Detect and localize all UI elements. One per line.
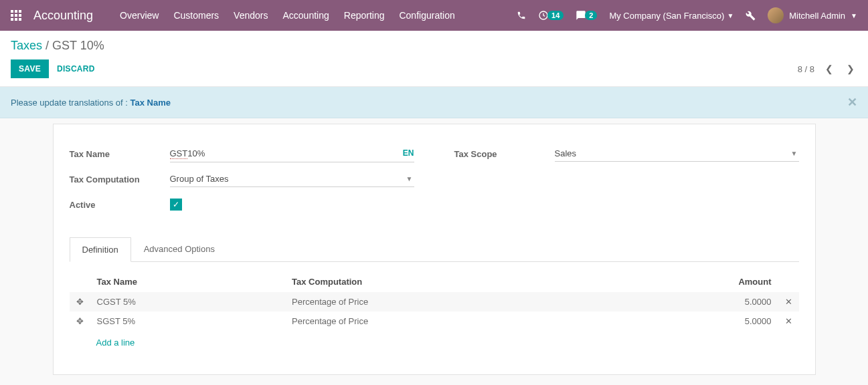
tabs: Definition Advanced Options <box>70 237 799 262</box>
nav-right: 14 2 My Company (San Francisco) ▼ Mitche… <box>517 7 857 23</box>
active-checkbox[interactable]: ✓ <box>170 199 182 211</box>
caret-down-icon: ▼ <box>727 12 733 19</box>
nav-configuration[interactable]: Configuration <box>399 10 454 21</box>
cell-amount: 5.0000 <box>610 311 778 331</box>
nav-reporting[interactable]: Reporting <box>344 10 385 21</box>
cell-tax-name: CGST 5% <box>90 292 286 311</box>
pager-prev-icon[interactable]: ❮ <box>822 63 836 74</box>
language-badge[interactable]: EN <box>403 148 414 158</box>
tab-definition[interactable]: Definition <box>70 237 131 262</box>
col-tax-computation: Tax Computation <box>285 271 610 292</box>
label-active: Active <box>70 200 170 210</box>
company-name: My Company (San Francisco) <box>609 11 724 21</box>
child-taxes-table: Tax Name Tax Computation Amount ✥ CGST 5… <box>70 271 799 331</box>
tax-name-input[interactable]: GST 10% <box>170 146 414 162</box>
label-tax-scope: Tax Scope <box>454 149 555 159</box>
save-button[interactable]: SAVE <box>11 59 49 78</box>
company-selector[interactable]: My Company (San Francisco) ▼ <box>609 11 733 21</box>
pager-next-icon[interactable]: ❯ <box>844 63 857 74</box>
activity-badge: 14 <box>547 11 563 20</box>
col-tax-name: Tax Name <box>90 271 286 292</box>
pager-text: 8 / 8 <box>798 64 814 74</box>
debug-icon[interactable] <box>746 11 756 21</box>
breadcrumb-parent[interactable]: Taxes <box>11 39 42 52</box>
drag-handle-icon[interactable]: ✥ <box>70 311 90 331</box>
table-row[interactable]: ✥ SGST 5% Percentage of Price 5.0000 ✕ <box>70 311 799 331</box>
alert-text: Please update translations of : <box>11 98 131 108</box>
col-amount: Amount <box>610 271 778 292</box>
user-name: Mitchell Admin <box>789 11 845 21</box>
caret-down-icon: ▼ <box>851 12 857 19</box>
add-line-link[interactable]: Add a line <box>70 331 799 348</box>
table-row[interactable]: ✥ CGST 5% Percentage of Price 5.0000 ✕ <box>70 292 799 311</box>
user-menu[interactable]: Mitchell Admin ▼ <box>768 7 857 23</box>
tax-computation-select[interactable]: Group of Taxes <box>170 171 414 187</box>
cell-tax-computation: Percentage of Price <box>285 292 610 311</box>
delete-row-icon[interactable]: ✕ <box>778 311 799 331</box>
form-sheet: Tax Name GST 10% EN Tax Computation Grou… <box>53 124 816 375</box>
nav-overview[interactable]: Overview <box>120 10 159 21</box>
delete-row-icon[interactable]: ✕ <box>778 292 799 311</box>
tax-name-input-suffix: 10% <box>187 148 205 159</box>
breadcrumb: Taxes / GST 10% <box>11 39 857 53</box>
activity-icon[interactable]: 14 <box>538 10 563 21</box>
drag-handle-icon[interactable]: ✥ <box>70 292 90 311</box>
discard-button[interactable]: DISCARD <box>54 59 98 78</box>
navbar: Accounting Overview Customers Vendors Ac… <box>0 0 868 31</box>
tax-scope-select[interactable]: Sales <box>555 146 799 162</box>
avatar <box>768 7 784 23</box>
pager: 8 / 8 ❮ ❯ <box>798 63 857 74</box>
nav-customers[interactable]: Customers <box>173 10 219 21</box>
alert-link[interactable]: Tax Name <box>131 98 171 108</box>
breadcrumb-current: GST 10% <box>52 39 104 52</box>
nav-accounting[interactable]: Accounting <box>282 10 329 21</box>
tax-name-input-prefix: GST <box>170 148 188 159</box>
control-panel: Taxes / GST 10% SAVE DISCARD 8 / 8 ❮ ❯ <box>0 31 868 87</box>
label-tax-computation: Tax Computation <box>70 174 170 184</box>
phone-icon[interactable] <box>517 11 526 20</box>
tab-advanced-options[interactable]: Advanced Options <box>131 237 228 261</box>
close-icon[interactable]: ✕ <box>847 95 857 110</box>
breadcrumb-separator: / <box>46 39 52 52</box>
label-tax-name: Tax Name <box>70 149 170 159</box>
messages-badge: 2 <box>585 11 597 20</box>
translation-alert: Please update translations of : Tax Name… <box>0 87 868 118</box>
apps-icon[interactable] <box>11 10 21 21</box>
app-title[interactable]: Accounting <box>33 9 93 23</box>
cell-tax-computation: Percentage of Price <box>285 311 610 331</box>
messages-icon[interactable]: 2 <box>576 10 597 21</box>
nav-vendors[interactable]: Vendors <box>234 10 268 21</box>
cell-tax-name: SGST 5% <box>90 311 286 331</box>
cell-amount: 5.0000 <box>610 292 778 311</box>
nav-menu: Overview Customers Vendors Accounting Re… <box>120 10 517 21</box>
